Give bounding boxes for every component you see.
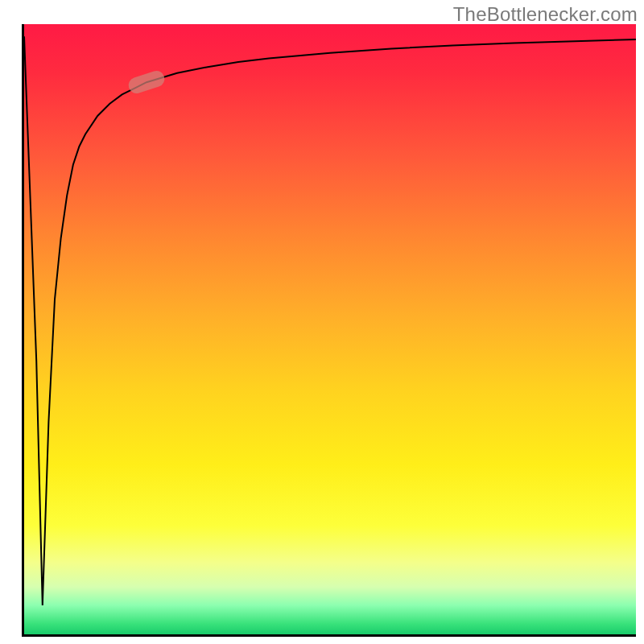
watermark-text: TheBottlenecker.com	[453, 3, 638, 26]
chart-container: TheBottlenecker.com	[0, 0, 644, 644]
plot-gradient-background	[24, 24, 636, 636]
y-axis	[22, 24, 24, 636]
x-axis	[22, 634, 636, 637]
